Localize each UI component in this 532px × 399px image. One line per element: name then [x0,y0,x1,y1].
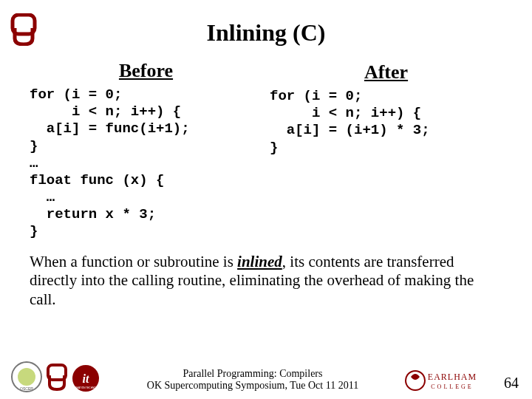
after-header: After [270,61,502,83]
svg-text:EARLHAM: EARLHAM [428,372,477,382]
page-number: 64 [504,375,519,392]
before-header: Before [30,60,262,82]
caption-pre: When a function or subroutine is [30,253,237,270]
ou-small-logo-icon [46,364,68,393]
before-code: for (i = 0; i < n; i++) { a[i] = func(i+… [30,86,262,241]
code-columns: Before for (i = 0; i < n; i++) { a[i] = … [30,60,502,241]
footer-line2: OK Supercomputing Symposium, Tue Oct 11 … [100,380,405,392]
after-code: for (i = 0; i < n; i++) { a[i] = (i+1) *… [270,88,502,157]
svg-point-8 [406,371,425,390]
oscer-logo-icon: OSCER [10,361,43,393]
svg-text:OSCER: OSCER [20,386,33,391]
before-column: Before for (i = 0; i < n; i++) { a[i] = … [30,60,262,241]
caption-term: inlined [237,253,282,270]
footer-line1: Parallel Programming: Compilers [100,368,405,380]
slide-title: Inlining (C) [22,19,510,47]
after-column: After for (i = 0; i < n; i++) { a[i] = (… [270,60,502,241]
footer: OSCER it INFORMATION TECHNOLOGY Parallel… [0,361,532,393]
caption-text: When a function or subroutine is inlined… [30,253,502,310]
svg-point-2 [18,368,35,386]
footer-right: EARLHAM COLLEGE 64 [405,368,519,393]
svg-text:INFORMATION TECHNOLOGY: INFORMATION TECHNOLOGY [71,386,100,389]
footer-text: Parallel Programming: Compilers OK Super… [100,368,405,392]
svg-text:COLLEGE: COLLEGE [431,383,473,390]
ou-logo-icon [10,13,37,46]
it-logo-icon: it INFORMATION TECHNOLOGY [71,364,100,393]
svg-text:it: it [83,372,89,385]
footer-logos-left: OSCER it INFORMATION TECHNOLOGY [10,361,100,393]
earlham-logo-icon: EARLHAM COLLEGE [405,368,486,393]
